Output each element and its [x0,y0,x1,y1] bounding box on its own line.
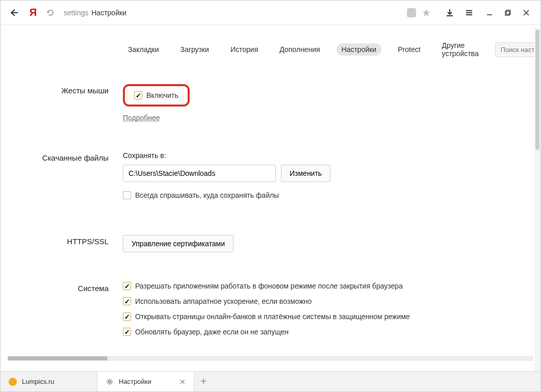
tab-settings[interactable]: Настройки [337,43,382,56]
window-controls [474,8,536,18]
downloads-button[interactable] [445,8,455,18]
mouse-gestures-details-link[interactable]: Подробнее [123,114,160,122]
checkbox-icon [123,191,131,199]
lumpics-favicon-icon [9,378,17,386]
horizontal-scrollbar-thumb[interactable] [8,356,108,360]
checkbox-icon [123,282,131,290]
search-settings-input[interactable] [495,42,540,57]
checkbox-icon [123,312,131,321]
svg-rect-1 [506,10,510,14]
download-path-input[interactable] [123,165,276,182]
section-mouse-gestures: Жесты мыши Включить Подробнее [1,84,540,122]
minimize-button[interactable] [484,8,495,18]
tab-history[interactable]: История [225,43,263,56]
tab-downloads[interactable]: Загрузки [175,43,214,56]
manage-certificates-button[interactable]: Управление сертификатами [123,235,234,252]
change-path-button[interactable]: Изменить [281,165,330,182]
enable-mouse-gestures-highlight: Включить [123,84,190,107]
address-prefix: settings [64,9,88,17]
tab-close-button[interactable]: ✕ [179,378,186,386]
section-system: Система Разрешать приложениям работать в… [1,282,540,343]
titlebar: Я settings Настройки [1,1,540,25]
new-tab-button[interactable]: + [194,372,213,391]
checkbox-icon [134,91,142,99]
checkbox-label: Использовать аппаратное ускорение, если … [135,297,312,305]
close-button[interactable] [521,8,531,18]
tab-bookmarks[interactable]: Закладки [123,43,164,56]
browser-tab-lumpics[interactable]: Lumpics.ru [1,372,97,391]
arrow-left-icon [9,8,19,18]
system-background-apps-checkbox[interactable]: Разрешать приложениям работать в фоновом… [123,282,540,290]
search-settings-wrapper [495,42,540,57]
tab-title: Lumpics.ru [22,378,89,385]
system-update-browser-checkbox[interactable]: Обновлять браузер, даже если он не запущ… [123,328,540,336]
content-area: Закладки Загрузки История Дополнения Нас… [1,25,540,353]
maximize-button[interactable] [503,8,513,18]
bookmark-star-icon[interactable] [421,8,431,18]
checkbox-icon [123,328,131,336]
vertical-scrollbar[interactable] [534,28,540,391]
nav-tabs: Закладки Загрузки История Дополнения Нас… [1,25,540,69]
tab-other-devices[interactable]: Другие устройства [437,39,484,60]
section-title-mouse: Жесты мыши [1,84,123,122]
checkbox-label: Всегда спрашивать, куда сохранять файлы [135,191,279,199]
maximize-icon [504,9,511,16]
tab-protect[interactable]: Protect [393,43,425,56]
system-hardware-accel-checkbox[interactable]: Использовать аппаратное ускорение, если … [123,297,540,305]
checkbox-label: Открывать страницы онлайн-банков и платё… [135,312,410,321]
section-title-https: HTTPS/SSL [1,235,123,252]
address-text: Настройки [91,9,126,17]
horizontal-scrollbar[interactable] [8,356,533,361]
menu-button[interactable] [464,8,474,18]
always-ask-checkbox[interactable]: Всегда спрашивать, куда сохранять файлы [123,191,540,199]
enable-mouse-gestures-checkbox[interactable]: Включить [134,91,178,99]
scrollbar-thumb[interactable] [535,30,539,150]
reload-button[interactable] [43,6,58,20]
checkbox-label: Разрешать приложениям работать в фоновом… [135,282,403,290]
tab-strip: Lumpics.ru Настройки ✕ + [1,371,540,391]
section-https-ssl: HTTPS/SSL Управление сертификатами [1,235,540,252]
system-protected-banking-checkbox[interactable]: Открывать страницы онлайн-банков и платё… [123,312,540,321]
gear-icon [106,378,114,386]
tab-title: Настройки [119,378,174,385]
tab-addons[interactable]: Дополнения [274,43,325,56]
hamburger-icon [465,9,473,17]
browser-tab-settings[interactable]: Настройки ✕ [97,372,194,391]
checkbox-icon [123,297,131,305]
section-title-downloads: Скачанные файлы [1,151,123,205]
svg-rect-0 [505,11,509,15]
protect-shield-icon[interactable] [407,8,416,17]
minimize-icon [486,9,493,16]
reload-icon [46,9,55,17]
download-icon [446,9,454,17]
settings-body: Жесты мыши Включить Подробнее Скачанные … [1,69,540,353]
save-to-label: Сохранять в: [123,151,540,160]
checkbox-label: Обновлять браузер, даже если он не запущ… [135,328,289,336]
back-button[interactable] [5,4,23,22]
svg-point-2 [109,380,111,382]
yandex-logo-icon[interactable]: Я [27,7,39,19]
address-bar[interactable]: settings Настройки [60,5,435,21]
checkbox-label: Включить [146,91,178,99]
section-downloads: Скачанные файлы Сохранять в: Изменить Вс… [1,151,540,205]
toolbar-right [435,8,474,18]
close-icon [523,9,530,16]
section-title-system: Система [1,282,123,343]
